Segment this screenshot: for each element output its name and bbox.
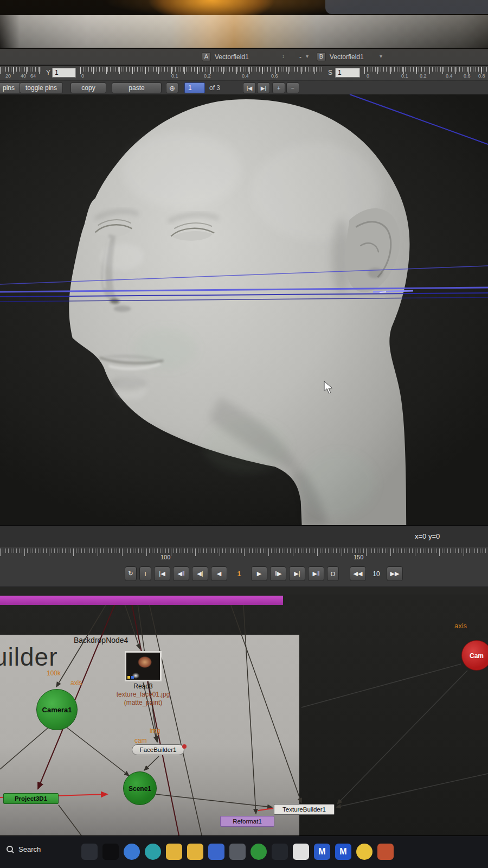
vectorfield-lines: [0, 94, 488, 525]
s-slider-ruler[interactable]: 0 0.1 0.2 0.4 0.6 0.8: [364, 66, 487, 80]
y-param-label: Y: [46, 69, 50, 76]
pins-toolbar: pins toggle pins copy paste ⊕ 1 of 3 |◀ …: [0, 80, 488, 94]
ruler-label: 40: [21, 73, 26, 79]
copy-button[interactable]: copy: [70, 82, 106, 93]
backdrop-title[interactable]: BackdropNode4: [74, 636, 128, 644]
frame-range-button[interactable]: O: [327, 566, 339, 581]
ruler-label: 0.6: [271, 73, 278, 79]
ruler-label: 64: [30, 73, 36, 79]
taskbar-icons: MM: [81, 844, 394, 860]
node-file-label: texture_face01.jpg: [105, 691, 181, 699]
timeline-mark: 100: [160, 554, 170, 560]
node-facebuilder1[interactable]: FaceBuilder1: [132, 744, 184, 755]
panel-divider: [0, 587, 488, 595]
current-frame-field[interactable]: 1: [230, 570, 248, 578]
taskbar-icon[interactable]: [272, 844, 288, 860]
remove-pin-button[interactable]: −: [286, 82, 299, 93]
play-backward-button[interactable]: ◀: [211, 566, 227, 581]
step-forward-button[interactable]: ▶▶: [387, 566, 403, 581]
taskbar-icon[interactable]: [124, 844, 140, 860]
node-cam-axis[interactable]: Cam: [461, 640, 488, 671]
next-pin-button[interactable]: ▶|: [257, 82, 270, 93]
step-back-button[interactable]: ◀◀: [350, 566, 366, 581]
taskbar-icon[interactable]: M: [335, 844, 351, 860]
taskbar-icon[interactable]: [229, 844, 246, 860]
mini-ruler[interactable]: 20 40 64: [0, 66, 42, 80]
go-to-end-button[interactable]: ▶‖: [308, 566, 324, 581]
tracker-icon-button[interactable]: ⊕: [166, 82, 178, 93]
toggle-pins-button[interactable]: toggle pins: [20, 82, 63, 93]
b-input-select[interactable]: Vectorfield1: [330, 53, 364, 61]
photo-top-edge: [0, 0, 488, 16]
mouse-cursor: [323, 381, 336, 395]
b-input-badge[interactable]: B: [317, 52, 326, 61]
viewport-3d[interactable]: [0, 94, 488, 525]
play-forward-button[interactable]: ▶: [251, 566, 267, 581]
taskbar-icon[interactable]: [166, 844, 182, 860]
keyframe-total-label: of 3: [209, 84, 220, 92]
taskbar-search[interactable]: Search: [7, 845, 41, 853]
taskbar-icon[interactable]: [187, 844, 203, 860]
paste-button[interactable]: paste: [112, 82, 162, 93]
node-read3-thumbnail[interactable]: [125, 651, 162, 681]
node-graph-panel[interactable]: BackdropNode4 uilder 100k axis img cam a…: [0, 595, 488, 835]
node-camera1[interactable]: Camera1: [36, 689, 78, 730]
taskbar-icon[interactable]: [356, 844, 373, 860]
ruler-label: 0.1: [401, 73, 408, 79]
ruler-label: 20: [5, 73, 11, 79]
next-keyframe-button[interactable]: ▶|: [289, 566, 305, 581]
ruler-label: 0: [81, 73, 84, 79]
taskbar-icon[interactable]: [208, 844, 224, 860]
monitor-bezel: [0, 15, 488, 49]
frame-increment-field[interactable]: 10: [369, 570, 384, 578]
background-window: [325, 0, 488, 14]
s-param-input[interactable]: [335, 68, 360, 78]
prev-increment-button[interactable]: ◀|: [192, 566, 208, 581]
taskbar-icon[interactable]: [377, 844, 394, 860]
taskbar-icon[interactable]: [293, 844, 309, 860]
viewer-blend-select[interactable]: -: [299, 53, 301, 61]
node-project3d1[interactable]: Project3D1: [3, 793, 59, 804]
chevron-down-icon: ▾: [380, 53, 382, 59]
ruler-label: 0.1: [171, 73, 178, 79]
taskbar-icon[interactable]: [251, 844, 267, 860]
viewport-status-bar: x=0 y=0: [0, 525, 488, 547]
node-reformat1[interactable]: Reformat1: [220, 816, 274, 827]
backdrop-header[interactable]: [0, 596, 283, 605]
taskbar-icon[interactable]: [81, 844, 98, 860]
node-texturebuilder1[interactable]: TextureBuilder1: [274, 804, 335, 815]
ruler-label: 0.8: [478, 73, 485, 79]
prev-pin-button[interactable]: |◀: [243, 82, 256, 93]
taskbar-icon[interactable]: M: [314, 844, 330, 860]
ruler-label: 0.4: [446, 73, 453, 79]
ruler-label: 0: [367, 73, 369, 79]
go-to-start-button[interactable]: |◀: [154, 566, 170, 581]
chevron-down-icon: ▾: [306, 53, 309, 59]
a-input-badge[interactable]: A: [202, 52, 211, 61]
add-pin-button[interactable]: +: [272, 82, 285, 93]
node-scene1[interactable]: Scene1: [123, 771, 157, 805]
backdrop-big-label: uilder: [0, 642, 58, 672]
search-icon: [7, 846, 14, 853]
wire-label: axis: [454, 622, 467, 630]
loop-mode-button[interactable]: ↻: [125, 566, 137, 581]
keyframe-current-field[interactable]: 1: [184, 82, 205, 93]
taskbar-icon[interactable]: [145, 844, 161, 860]
tick-marks-major: [0, 548, 488, 556]
taskbar-icon[interactable]: [102, 844, 119, 860]
input-range-button[interactable]: I: [139, 566, 151, 581]
node-note-label: (matte_paint): [105, 699, 181, 707]
a-input-select[interactable]: Vectorfield1: [215, 53, 249, 61]
taskbar: Search MM: [0, 835, 488, 868]
node-indicator-dots: [127, 676, 134, 679]
node-read3[interactable]: Read3 texture_face01.jpg (matte_paint): [105, 682, 181, 707]
y-slider-ruler[interactable]: 0 0.1 0.2 0.4 0.6: [80, 66, 323, 80]
timeline-ruler[interactable]: 100 150: [0, 547, 488, 562]
cursor-coordinates: x=0 y=0: [415, 532, 440, 540]
y-param-input[interactable]: [52, 68, 76, 78]
prev-keyframe-button[interactable]: ◀‖: [173, 566, 189, 581]
next-increment-button[interactable]: ‖▶: [270, 566, 286, 581]
pins-button[interactable]: pins: [0, 82, 21, 93]
ruler-label: 0.4: [242, 73, 249, 79]
params-toolbar: 20 40 64 Y 0 0.1 0.2 0.4 0.6 S 0 0.1 0.2…: [0, 66, 488, 80]
